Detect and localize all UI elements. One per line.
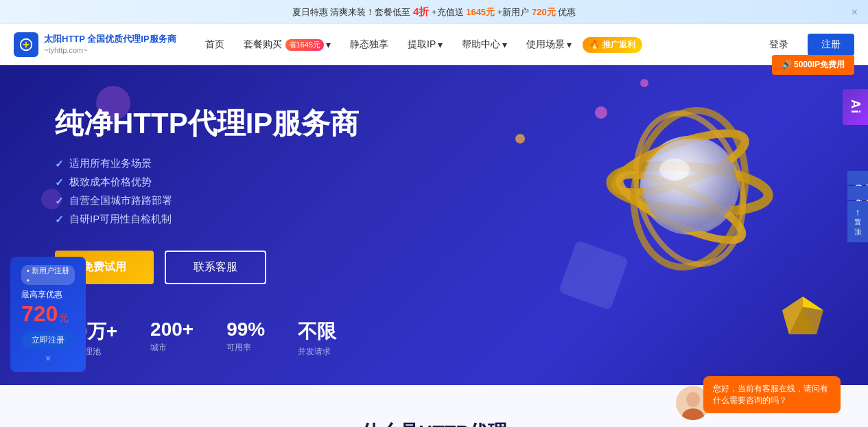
banner-text-end: 优惠 [558,7,576,17]
chevron-down-icon-2: ▾ [438,39,443,50]
new-user-amount: 720 [21,302,58,326]
new-user-badge: • 新用户注册 • [21,265,75,285]
side-free-package-button[interactable]: 免费 套餐 [847,186,868,200]
logo-icon [14,32,38,57]
navbar: 太阳HTTP 全国优质代理IP服务商 ~tyhttp.com~ 首页 套餐购买 … [0,24,868,65]
nav-promo-button[interactable]: 🔥 推广返利 [583,37,642,53]
new-user-unit: 元 [59,312,69,325]
side-top-button[interactable]: ↑ 置顶 [847,201,868,242]
chat-bubble[interactable]: 您好，当前有客服在线，请问有什么需要咨询的吗？ [703,376,841,413]
stat-label-2: 城市 [150,342,193,354]
stat-label-3: 可用率 [226,342,265,354]
banner-text-pre: 夏日特惠 清爽来装！套餐低至 [292,7,411,17]
banner-amount1: 1645元 [466,7,495,17]
arrow-up-icon: ↑ [856,207,860,218]
contact-button[interactable]: 联系客服 [165,251,266,284]
svg-point-8 [659,159,690,181]
stat-cities: 200+ 城市 [150,319,193,358]
login-button[interactable]: 登录 [757,34,801,55]
nav-packages[interactable]: 套餐购买 省1645元 ▾ [235,34,339,55]
banner-text-post: +新用户 [497,7,530,17]
chevron-down-icon-4: ▾ [567,39,572,50]
stat-number-3: 99% [226,319,265,341]
nav-use-case[interactable]: 使用场景 ▾ [518,34,580,55]
feature-1: 适用所有业务场景 [55,157,467,170]
hero-section: 纯净HTTP代理IP服务商 适用所有业务场景 极致成本价格优势 自营全国城市路路… [0,65,868,385]
logo-text: 太阳HTTP 全国优质代理IP服务商 ~tyhttp.com~ [44,34,176,55]
stat-number-2: 200+ [150,319,193,341]
chevron-down-icon-3: ▾ [502,39,507,50]
feature-4: 自研IP可用性自检机制 [55,213,467,226]
stat-label-4: 并发请求 [298,346,336,358]
logo-main: 太阳HTTP 全国优质代理IP服务商 [44,34,176,45]
banner-text-mid: +充值送 [432,7,464,17]
nav-links: 首页 套餐购买 省1645元 ▾ 静态独享 提取IP ▾ 帮助中心 ▾ 使用场景… [197,34,757,55]
popup-close-button[interactable]: × [21,353,75,364]
nav-extract-ip[interactable]: 提取IP ▾ [399,34,451,55]
feature-2: 极致成本价格优势 [55,176,467,189]
hero-buttons: 免费试用 联系客服 [55,251,467,284]
stat-concurrent: 不限 并发请求 [298,319,336,358]
ai-badge[interactable]: Ai [843,89,868,125]
nav-static[interactable]: 静态独享 [342,34,397,55]
feature-3: 自营全国城市路路部署 [55,194,467,207]
register-button[interactable]: 注册 [808,34,854,56]
side-consult-button[interactable]: 在线 咨询 [847,171,868,185]
banner-close-button[interactable]: × [852,6,858,19]
svg-point-14 [686,392,700,407]
top-banner: 夏日特惠 清爽来装！套餐低至 4折 +充值送 1645元 +新用户 720元 优… [0,0,868,24]
stat-number-4: 不限 [298,319,336,345]
nav-packages-badge: 省1645元 [285,39,324,51]
hero-stats: 900万+ HTTP代理池 200+ 城市 99% 可用率 不限 并发请求 [55,319,813,358]
hero-features: 适用所有业务场景 极致成本价格优势 自营全国城市路路部署 自研IP可用性自检机制 [55,157,467,226]
deco-pink-circle-2 [640,79,648,87]
nav-home[interactable]: 首页 [197,34,233,55]
side-panel: 在线 咨询 免费 套餐 ↑ 置顶 [847,171,868,242]
svg-point-7 [643,139,736,232]
popup-register-button[interactable]: 立即注册 [21,332,75,349]
new-user-label: 最高享优惠 [21,289,75,301]
chevron-down-icon: ▾ [326,39,331,50]
nav-help[interactable]: 帮助中心 ▾ [454,34,515,55]
deco-gold-circle [515,134,525,143]
what-section-title: 什么是HTTP代理 [55,419,813,427]
free-ip-badge[interactable]: 🔊 5000IP免费用 [772,55,854,75]
new-user-popup: • 新用户注册 • 最高享优惠 720 元 立即注册 × [10,257,86,372]
nav-actions: 登录 注册 [757,34,854,56]
logo[interactable]: 太阳HTTP 全国优质代理IP服务商 ~tyhttp.com~ [14,32,176,57]
logo-sub: ~tyhttp.com~ [44,45,176,55]
hero-title: 纯净HTTP代理IP服务商 [55,106,467,141]
stat-availability: 99% 可用率 [226,319,265,358]
banner-amount2: 720元 [532,7,556,17]
banner-discount: 4折 [413,5,429,17]
side-top-label: 置顶 [853,218,863,237]
hero-content: 纯净HTTP代理IP服务商 适用所有业务场景 极致成本价格优势 自营全国城市路路… [55,106,467,319]
